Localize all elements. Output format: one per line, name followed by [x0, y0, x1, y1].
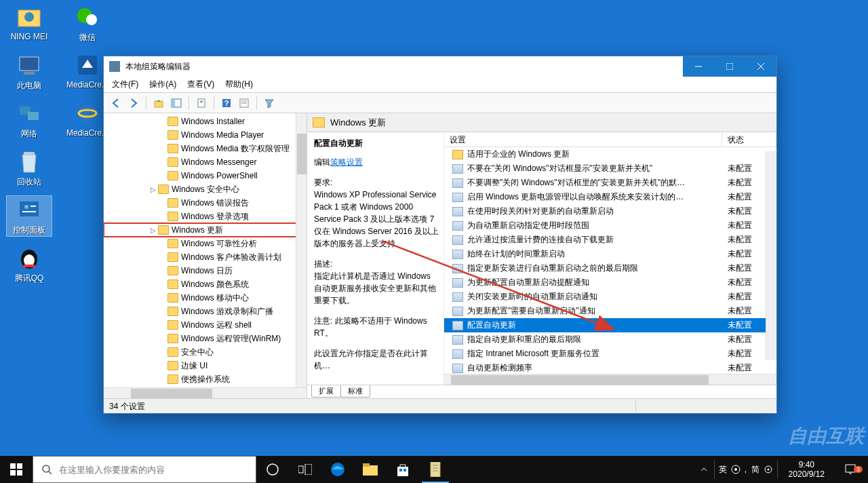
policy-row[interactable]: 为自动重新启动指定使用时段范围未配置: [444, 218, 776, 233]
export-button[interactable]: [193, 95, 210, 111]
maximize-button[interactable]: [714, 56, 745, 77]
search-box[interactable]: [33, 456, 256, 483]
search-input[interactable]: [59, 465, 248, 475]
task-edge[interactable]: [321, 456, 354, 483]
policy-row[interactable]: 为更新配置"需要自动重新启动"通知未配置: [444, 304, 776, 318]
tree-item[interactable]: Windows 错误报告: [104, 196, 307, 210]
tree-item[interactable]: Windows 日历: [104, 264, 307, 277]
desktop-icon-thispc[interactable]: 此电脑: [7, 52, 52, 92]
menu-file[interactable]: 文件(F): [108, 77, 142, 92]
folder-icon: [167, 374, 178, 384]
tree-item[interactable]: Windows 登录选项: [104, 210, 307, 223]
policy-row-selected[interactable]: 配置自动更新未配置: [444, 318, 776, 332]
policy-row[interactable]: 允许通过按流量计费的连接自动下载更新未配置: [444, 233, 776, 247]
tree-item[interactable]: 边缘 UI: [104, 359, 307, 372]
policy-row[interactable]: 启用 Windows 更新电源管理以自动唤醒系统来安装计划的…未配置: [444, 190, 776, 204]
properties-button[interactable]: [236, 95, 252, 111]
svg-rect-12: [20, 201, 39, 216]
policy-row[interactable]: 指定自动更新和重启的最后期限未配置: [444, 332, 776, 347]
tree-item[interactable]: Windows 颜色系统: [104, 277, 307, 291]
policy-row[interactable]: 在使用时段关闭针对更新的自动重新启动未配置: [444, 204, 776, 218]
policy-text: 配置自动更新: [467, 320, 722, 331]
show-hide-tree-button[interactable]: [168, 95, 184, 111]
start-button[interactable]: [0, 456, 33, 483]
policy-icon: [452, 250, 463, 259]
tree-item[interactable]: Windows 移动中心: [104, 291, 307, 305]
tree-item[interactable]: ▷Windows 安全中心: [104, 182, 307, 196]
ime-indicator[interactable]: 英 , 简: [714, 460, 777, 479]
close-button[interactable]: [745, 56, 776, 77]
policy-row[interactable]: 关闭安装更新时的自动重新启动通知未配置: [444, 290, 776, 304]
forward-button[interactable]: [125, 95, 142, 111]
titlebar[interactable]: 本地组策略编辑器: [104, 56, 776, 77]
column-state[interactable]: 状态: [722, 132, 776, 147]
tree-item[interactable]: 便携操作系统: [104, 372, 307, 386]
expand-arrow-icon[interactable]: ▷: [149, 227, 158, 234]
desktop-icon-network[interactable]: 网络: [7, 100, 52, 140]
desktop-icon-qq[interactable]: 腾讯QQ: [7, 244, 52, 284]
desktop-icon-user[interactable]: NING MEI: [7, 3, 52, 43]
policy-row[interactable]: 指定更新安装进行自动重新启动之前的最后期限未配置: [444, 261, 776, 275]
policy-row[interactable]: 适用于企业的 Windows 更新: [444, 147, 776, 161]
desktop-icon-wechat[interactable]: 微信: [65, 3, 110, 43]
tree-item[interactable]: Windows 远程 shell: [104, 318, 307, 332]
task-store[interactable]: [387, 456, 419, 483]
tree-item[interactable]: Windows Media 数字权限管理: [104, 142, 307, 155]
list-horizontal-scrollbar[interactable]: [444, 374, 776, 385]
tree-item[interactable]: Windows Messenger: [104, 155, 307, 169]
tree-item[interactable]: Windows Installer: [104, 115, 307, 128]
up-button[interactable]: [151, 95, 167, 111]
store-icon: [396, 463, 410, 476]
tree-item[interactable]: Windows 可靠性分析: [104, 237, 307, 250]
back-button[interactable]: [108, 95, 124, 111]
policy-row[interactable]: 自动更新检测频率未配置: [444, 361, 776, 374]
menu-view[interactable]: 查看(V): [183, 77, 218, 92]
policy-row[interactable]: 为更新配置自动重新启动提醒通知未配置: [444, 275, 776, 290]
tree-item[interactable]: 安全中心: [104, 345, 307, 359]
policy-row[interactable]: 指定 Intranet Microsoft 更新服务位置未配置: [444, 347, 776, 361]
policy-rows[interactable]: 适用于企业的 Windows 更新不要在"关闭 Windows"对话框显示"安装…: [444, 147, 776, 374]
tab-standard[interactable]: 标准: [340, 385, 370, 398]
policy-text: 适用于企业的 Windows 更新: [467, 149, 722, 160]
tree-item[interactable]: ▷Windows 更新: [104, 223, 307, 237]
column-setting[interactable]: 设置: [444, 132, 722, 147]
tree-horizontal-scrollbar[interactable]: [104, 387, 307, 398]
details-pane: Windows 更新 配置自动更新 编辑策略设置 要求:Windows XP P…: [307, 113, 776, 398]
desktop-icon-recycle[interactable]: 回收站: [7, 148, 52, 188]
tray-chevron[interactable]: [701, 466, 707, 473]
folder-icon: [313, 117, 325, 128]
policy-row[interactable]: 始终在计划的时间重新启动未配置: [444, 247, 776, 261]
policy-row[interactable]: 不要在"关闭 Windows"对话框显示"安装更新并关机"未配置: [444, 161, 776, 176]
tree-scroll[interactable]: Windows InstallerWindows Media PlayerWin…: [104, 113, 307, 387]
filter-button[interactable]: [261, 95, 277, 111]
folder-icon: [167, 198, 178, 208]
clock[interactable]: 9:40 2020/9/12: [785, 460, 829, 480]
policy-row[interactable]: 不要调整"关闭 Windows"对话框里的"安装更新并关机"的默…未配置: [444, 176, 776, 190]
desktop-icon-controlpanel[interactable]: 控制面板: [7, 196, 52, 236]
minimize-button[interactable]: [683, 56, 714, 77]
menu-action[interactable]: 操作(A): [145, 77, 180, 92]
task-cortana[interactable]: [256, 456, 289, 483]
tree-item-label: Windows Messenger: [181, 157, 256, 167]
column-headers[interactable]: 设置 状态: [444, 132, 776, 147]
help-button[interactable]: ?: [218, 95, 235, 111]
tab-extended[interactable]: 扩展: [311, 385, 341, 398]
expand-arrow-icon[interactable]: ▷: [149, 186, 158, 193]
task-explorer[interactable]: [354, 456, 387, 483]
task-view[interactable]: [289, 456, 321, 483]
tree-item[interactable]: Windows Media Player: [104, 128, 307, 142]
notifications-button[interactable]: 3: [835, 463, 865, 476]
menu-help[interactable]: 帮助(H): [221, 77, 257, 92]
tree-item-label: Windows 日历: [181, 265, 233, 277]
policy-text: 不要调整"关闭 Windows"对话框里的"安装更新并关机"的默…: [467, 177, 722, 189]
tree-item[interactable]: Windows 远程管理(WinRM): [104, 332, 307, 345]
tree-item[interactable]: Windows 游戏录制和广播: [104, 305, 307, 318]
tree-vertical-scrollbar[interactable]: [296, 113, 307, 387]
tree-item-label: Windows Media 数字权限管理: [181, 143, 290, 155]
task-gpedit[interactable]: [419, 456, 452, 483]
svg-point-55: [767, 469, 769, 471]
tree-item[interactable]: Windows 客户体验改善计划: [104, 250, 307, 264]
tree-item[interactable]: Windows PowerShell: [104, 169, 307, 182]
edit-policy-link[interactable]: 策略设置: [330, 157, 363, 167]
list-vertical-scrollbar[interactable]: [766, 151, 776, 360]
